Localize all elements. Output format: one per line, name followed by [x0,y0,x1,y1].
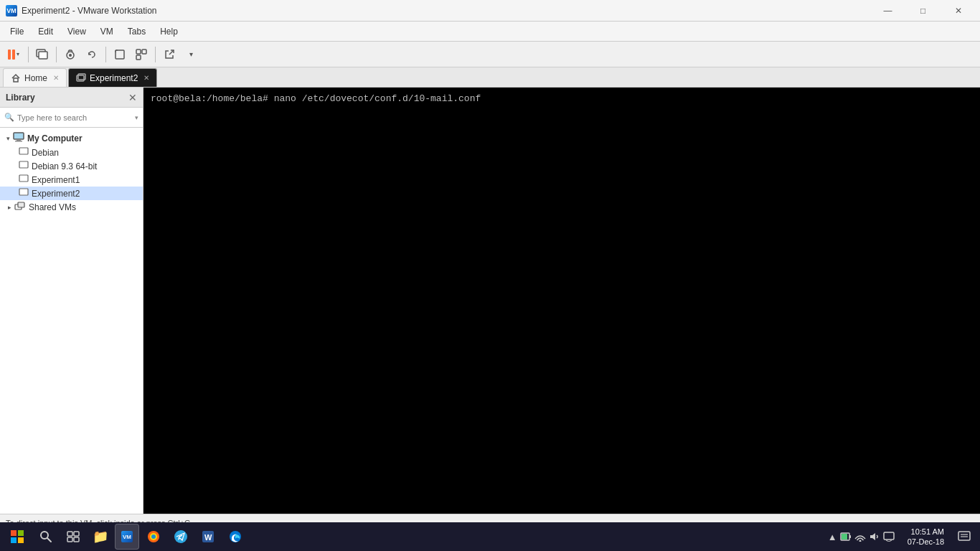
taskbar-vmware-app[interactable]: VM [115,524,139,550]
terminal-area[interactable]: root@bela:/home/bela# nano /etc/dovecot/… [143,88,980,514]
vm-icon-debian64 [19,161,29,171]
experiment2-tab-icon [76,73,86,83]
svg-rect-8 [14,78,18,82]
svg-rect-17 [19,189,28,195]
menu-file[interactable]: File [3,24,31,39]
external-button[interactable] [159,44,179,65]
menu-vm[interactable]: VM [93,24,121,39]
tree-item-my-computer[interactable]: ▾ My Computer [0,131,143,146]
search-icon: 🔍 [4,113,14,122]
svg-rect-26 [74,532,79,536]
taskbar-search-button[interactable] [33,524,59,550]
taskbar-clock[interactable]: 10:51 AM 07-Dec-18 [902,527,950,547]
menu-edit[interactable]: Edit [31,24,60,39]
menu-tabs[interactable]: Tabs [121,24,153,39]
maximize-button[interactable]: □ [907,0,939,22]
send-to-vm-button[interactable] [32,44,52,65]
unity-button[interactable] [131,44,151,65]
tab-home-close[interactable]: ✕ [53,74,59,82]
tree-item-debian[interactable]: Debian [0,146,143,159]
my-computer-icon [13,132,24,144]
tree-item-debian-64[interactable]: Debian 9.3 64-bit [0,159,143,173]
svg-rect-5 [136,50,141,54]
tray-expand-icon[interactable]: ▲ [828,532,837,542]
external-dropdown-button[interactable] [181,44,201,65]
terminal-prompt: root@bela:/home/bela# nano /etc/dovecot/… [151,93,481,104]
toolbar-sep-1 [28,47,29,62]
tab-experiment2-close[interactable]: ✕ [143,74,149,82]
experiment1-vm-icon [19,174,29,183]
svg-rect-28 [74,537,79,542]
tree-item-shared-vms[interactable]: ▸ Shared VMs [0,200,143,215]
library-close-button[interactable]: ✕ [128,92,137,103]
system-tray: ▲ [822,532,900,542]
library-title: Library [6,93,35,103]
taskbar-vmware-icon: VM [121,531,133,542]
pause-icon [8,50,15,60]
vm-icon-experiment2 [19,188,29,199]
experiment1-label: Experiment1 [32,175,80,185]
svg-rect-41 [884,532,894,540]
taskbar-explorer-button[interactable]: 📁 [88,524,113,550]
firefox-icon [146,529,161,544]
edge-icon [228,529,242,544]
taskbar-firefox-button[interactable] [141,524,166,550]
revert-icon [86,49,98,60]
taskbar-search-icon [39,530,52,543]
svg-rect-6 [142,50,146,54]
volume-icon [869,532,880,542]
svg-marker-40 [870,533,875,540]
taskbar-edge-button[interactable] [222,524,248,550]
svg-rect-22 [11,537,17,543]
taskview-icon [67,531,80,542]
title-bar: VM Experiment2 - VMware Workstation — □ … [0,0,980,22]
svg-rect-13 [15,141,22,142]
debian-vm-icon [19,147,29,156]
revert-button[interactable] [82,44,102,65]
pause-button[interactable] [3,47,24,62]
search-input[interactable] [17,113,132,122]
svg-point-32 [174,530,187,543]
taskbar-word-button[interactable]: W [195,524,221,550]
svg-rect-12 [17,139,21,141]
tree-item-experiment2[interactable]: Experiment2 [0,187,143,200]
tab-experiment2[interactable]: Experiment2 ✕ [68,68,157,87]
shared-vms-label: Shared VMs [29,202,76,212]
taskbar-taskview-button[interactable] [60,524,86,550]
menu-help[interactable]: Help [153,24,185,39]
main-layout: Library ✕ 🔍 ▾ My Computer [0,88,980,514]
taskbar-telegram-button[interactable] [168,524,194,550]
close-button[interactable]: ✕ [942,0,974,22]
snapshot-icon [65,49,76,60]
app-icon: VM [6,5,17,17]
svg-rect-37 [849,535,851,538]
svg-rect-25 [67,532,72,536]
search-dropdown-arrow[interactable] [135,114,138,121]
pause-dropdown-arrow [17,51,19,57]
fullscreen-icon [114,49,126,60]
snapshot-button[interactable] [60,44,80,65]
menu-bar: File Edit View VM Tabs Help [0,22,980,42]
window-title: Experiment2 - VMware Workstation [22,6,157,16]
library-header: Library ✕ [0,88,143,108]
svg-rect-16 [19,175,28,182]
debian64-label: Debian 9.3 64-bit [32,161,97,171]
action-center-button[interactable] [951,522,977,551]
menu-view[interactable]: View [60,24,93,39]
action-center-icon [958,531,971,542]
svg-rect-1 [39,52,47,59]
tab-experiment2-label: Experiment2 [90,73,138,83]
expand-shared-icon: ▸ [4,202,14,212]
start-button[interactable] [3,522,32,551]
tab-home[interactable]: Home ✕ [3,68,67,87]
windows-logo-icon [10,529,24,544]
svg-rect-27 [67,537,72,542]
unity-icon [136,49,147,60]
fullscreen-button[interactable] [110,44,130,65]
library-search-bar[interactable]: 🔍 [0,108,143,128]
telegram-icon [174,529,188,544]
shared-vms-icon [14,202,26,213]
tree-item-experiment1[interactable]: Experiment1 [0,173,143,187]
minimize-button[interactable]: — [872,0,904,22]
debian-label: Debian [32,148,59,158]
